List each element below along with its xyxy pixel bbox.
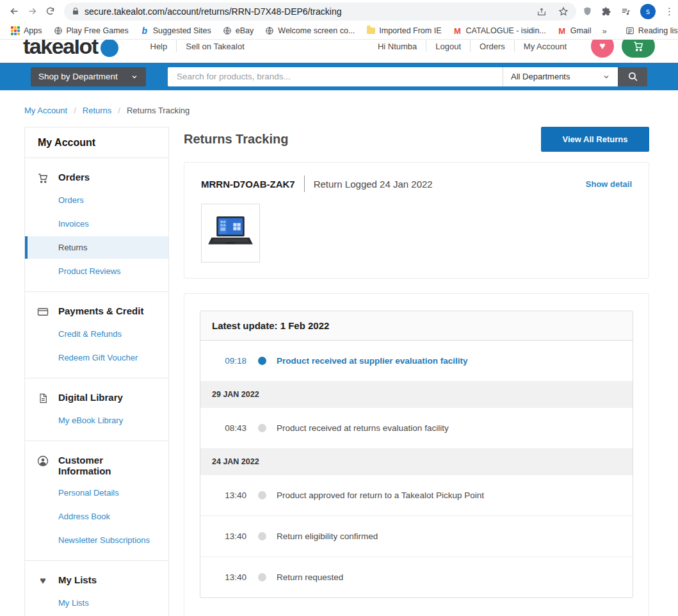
- sidebar-item-personal-details[interactable]: Personal Details: [25, 482, 168, 504]
- latest-update-header: Latest update: 1 Feb 2022: [200, 311, 633, 341]
- event-text: Return eligibility confirmed: [277, 531, 378, 541]
- globe-icon: [265, 26, 274, 35]
- timeline-event: 13:40 Product approved for return to a T…: [200, 475, 633, 515]
- sidebar-section-payments: Payments & Credit Credit & Refunds Redee…: [25, 291, 168, 378]
- page-title: Returns Tracking: [184, 127, 288, 147]
- sidebar-item-invoices[interactable]: Invoices: [25, 213, 168, 235]
- event-text: Product received at returns evaluation f…: [277, 423, 449, 433]
- chrome-menu-icon[interactable]: ⋮: [665, 6, 674, 17]
- timeline-event: 13:40 Return requested: [200, 556, 633, 597]
- sidebar-item-returns[interactable]: Returns: [25, 236, 168, 259]
- playlist-extension-icon[interactable]: [620, 6, 631, 16]
- lock-icon: [72, 7, 79, 15]
- nav-help[interactable]: Help: [141, 42, 177, 51]
- chevron-down-icon: [131, 73, 138, 81]
- browser-toolbar: secure.takealot.com/account/returns/RRN-…: [0, 0, 678, 22]
- bookmark-folder[interactable]: Imported From IE: [362, 24, 446, 37]
- status-dot-active: [258, 357, 266, 365]
- extensions-puzzle-icon[interactable]: [601, 6, 611, 17]
- bookmark-item[interactable]: b Suggested Sites: [136, 24, 216, 37]
- bookmarks-overflow-chevron[interactable]: »: [598, 26, 610, 36]
- event-time: 08:43: [220, 423, 246, 433]
- all-departments-select[interactable]: All Departments: [503, 67, 618, 86]
- tracking-timeline-card: Latest update: 1 Feb 2022 09:18 Product …: [184, 293, 649, 616]
- sidebar-item-my-ebook-library[interactable]: My eBook Library: [25, 409, 168, 432]
- share-icon[interactable]: [537, 6, 547, 17]
- search-icon: [627, 71, 638, 82]
- timeline-event: 13:40 Return eligibility confirmed: [200, 515, 633, 556]
- shield-extension-icon[interactable]: [583, 6, 592, 17]
- reading-list-button[interactable]: Reading list: [621, 24, 678, 37]
- back-icon[interactable]: [5, 3, 23, 20]
- breadcrumb-returns[interactable]: Returns: [83, 106, 112, 115]
- event-text: Return requested: [277, 572, 343, 582]
- status-dot: [258, 424, 266, 432]
- status-dot: [258, 573, 266, 581]
- site-header: takealot Help Sell on Takealot Hi Ntumba…: [0, 40, 678, 63]
- document-icon: [36, 393, 49, 404]
- folder-icon: [366, 26, 375, 35]
- bookmark-item[interactable]: Play Free Games: [49, 24, 133, 37]
- search-input[interactable]: [168, 67, 503, 86]
- sidebar-section-customer-information: Customer Information Personal Details Ad…: [25, 441, 168, 560]
- sidebar-section-title: Payments & Credit: [58, 305, 143, 316]
- sidebar-section-digital-library: Digital Library My eBook Library: [25, 378, 168, 441]
- globe-icon: [54, 26, 63, 35]
- sidebar-section-orders: Orders Orders Invoices Returns Product R…: [25, 158, 168, 291]
- apps-grid-icon: [11, 26, 20, 35]
- logo-dot-icon: [101, 40, 118, 57]
- search-submit-button[interactable]: [618, 67, 647, 86]
- sidebar-section-title: Orders: [58, 172, 90, 182]
- product-thumbnail-laptop: [201, 204, 260, 263]
- sidebar-item-redeem-gift-voucher[interactable]: Redeem Gift Voucher: [25, 346, 168, 369]
- timeline-date-band: 29 JAN 2022: [200, 381, 633, 408]
- event-text: Product approved for return to a Takealo…: [277, 490, 484, 500]
- sidebar-item-my-lists[interactable]: My Lists: [25, 592, 168, 614]
- timeline-event: 09:18 Product received at supplier evalu…: [200, 341, 633, 381]
- timeline-date-band: 24 JAN 2022: [200, 448, 633, 475]
- sidebar-item-orders[interactable]: Orders: [25, 189, 168, 211]
- event-time: 13:40: [220, 490, 246, 500]
- bookmark-item[interactable]: Welcome screen co...: [261, 24, 359, 37]
- credit-card-icon: [36, 306, 49, 318]
- view-all-returns-button[interactable]: View All Returns: [541, 127, 649, 152]
- forward-icon[interactable]: [23, 3, 41, 20]
- bookmark-item[interactable]: M CATALOGUE - isidin...: [449, 24, 551, 37]
- shop-by-department-button[interactable]: Shop by Department: [31, 67, 146, 86]
- refresh-icon[interactable]: [41, 3, 59, 20]
- cart-button[interactable]: [622, 40, 655, 58]
- nav-sell-on-takealot[interactable]: Sell on Takealot: [177, 42, 254, 51]
- nav-my-account[interactable]: My Account: [515, 42, 576, 51]
- bookmark-star-icon[interactable]: [558, 6, 569, 17]
- breadcrumb-current: Returns Tracking: [127, 106, 190, 115]
- bookmarks-bar: Apps Play Free Games b Suggested Sites e…: [0, 22, 678, 40]
- return-summary-card: MRRN-D7OAB-ZAK7 Return Logged 24 Jan 202…: [184, 162, 649, 279]
- nav-logout[interactable]: Logout: [426, 42, 470, 51]
- nav-greeting: Hi Ntumba: [369, 42, 426, 51]
- wishlist-heart-icon[interactable]: ♥: [591, 40, 614, 58]
- sidebar-item-address-book[interactable]: Address Book: [25, 505, 168, 528]
- bookmark-item[interactable]: eBay: [218, 24, 259, 37]
- address-bar[interactable]: secure.takealot.com/account/returns/RRN-…: [64, 3, 576, 20]
- top-nav-right: Hi Ntumba Logout Orders My Account ♥: [369, 40, 655, 58]
- breadcrumb: My Account / Returns / Returns Tracking: [0, 90, 678, 127]
- account-sidebar: My Account Orders Orders Invoices Return…: [24, 127, 169, 616]
- takealot-logo[interactable]: takealot: [23, 40, 118, 59]
- profile-avatar[interactable]: s: [640, 4, 656, 19]
- breadcrumb-my-account[interactable]: My Account: [24, 106, 67, 115]
- event-time: 13:40: [220, 572, 246, 582]
- timeline-event: 08:43 Product received at returns evalua…: [200, 408, 633, 448]
- bookmark-item[interactable]: M Gmail: [553, 24, 596, 37]
- event-time: 09:18: [220, 356, 246, 366]
- gmail-icon: M: [558, 26, 567, 35]
- sidebar-item-product-reviews[interactable]: Product Reviews: [25, 260, 168, 282]
- bookmark-apps[interactable]: Apps: [6, 24, 47, 37]
- cart-icon: [36, 172, 49, 184]
- sidebar-item-newsletter-subscriptions[interactable]: Newsletter Subscriptions: [25, 529, 168, 551]
- return-logged-date: Return Logged 24 Jan 2022: [314, 179, 433, 190]
- sidebar-item-credit-refunds[interactable]: Credit & Refunds: [25, 323, 168, 345]
- nav-orders[interactable]: Orders: [471, 42, 514, 51]
- url-text: secure.takealot.com/account/returns/RRN-…: [85, 6, 537, 17]
- show-detail-link[interactable]: Show detail: [586, 179, 632, 189]
- top-nav-left: Help Sell on Takealot: [141, 40, 254, 52]
